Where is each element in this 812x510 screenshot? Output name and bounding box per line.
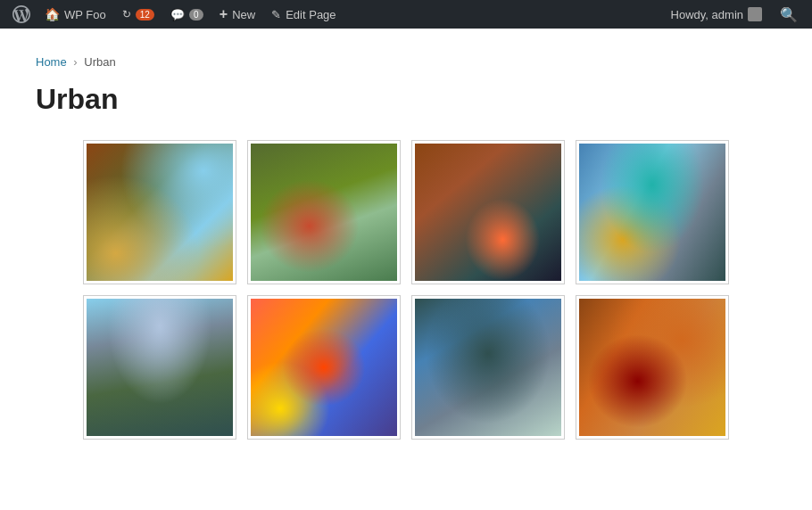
- admin-bar: 🏠 WP Foo ↻ 12 💬 0 + New ✎ Edit Page Howd…: [0, 0, 812, 29]
- comments-icon: 💬: [170, 8, 185, 21]
- breadcrumb-current: Urban: [84, 55, 115, 69]
- page-title: Urban: [36, 83, 776, 116]
- gallery-item[interactable]: [248, 296, 400, 439]
- plus-icon: +: [220, 6, 228, 22]
- pencil-icon: ✎: [271, 8, 281, 21]
- howdy-text: Howdy, admin: [671, 8, 743, 21]
- comments-badge: 0: [189, 9, 203, 21]
- site-name-label: WP Foo: [64, 8, 106, 21]
- adminbar-left: 🏠 WP Foo ↻ 12 💬 0 + New ✎ Edit Page: [7, 0, 664, 29]
- gallery-item[interactable]: [248, 141, 400, 284]
- search-button[interactable]: 🔍: [773, 0, 805, 29]
- breadcrumb: Home › Urban: [36, 55, 776, 69]
- edit-page-button[interactable]: ✎ Edit Page: [264, 0, 343, 29]
- updates-icon: ↻: [122, 8, 131, 21]
- gallery-item[interactable]: [412, 141, 564, 284]
- edit-page-label: Edit Page: [286, 8, 336, 21]
- new-label: New: [232, 8, 255, 21]
- user-avatar: [748, 7, 762, 21]
- comments-button[interactable]: 💬 0: [163, 0, 211, 29]
- main-content: Home › Urban Urban: [0, 29, 812, 510]
- gallery-item[interactable]: [576, 141, 728, 284]
- howdy-button[interactable]: Howdy, admin: [664, 0, 769, 29]
- gallery-item[interactable]: [412, 296, 564, 439]
- new-content-button[interactable]: + New: [212, 0, 262, 29]
- site-name-button[interactable]: 🏠 WP Foo: [37, 0, 113, 29]
- gallery-item[interactable]: [576, 296, 728, 439]
- breadcrumb-separator: ›: [73, 55, 77, 69]
- updates-badge: 12: [136, 9, 154, 21]
- adminbar-right: Howdy, admin 🔍: [664, 0, 805, 29]
- gallery-grid: [84, 141, 728, 439]
- gallery-item[interactable]: [84, 141, 236, 284]
- breadcrumb-home-link[interactable]: Home: [36, 55, 67, 69]
- updates-button[interactable]: ↻ 12: [115, 0, 162, 29]
- home-icon: 🏠: [45, 7, 60, 21]
- gallery-item[interactable]: [84, 296, 236, 439]
- search-icon: 🔍: [780, 6, 798, 23]
- wp-logo-button[interactable]: [7, 0, 36, 29]
